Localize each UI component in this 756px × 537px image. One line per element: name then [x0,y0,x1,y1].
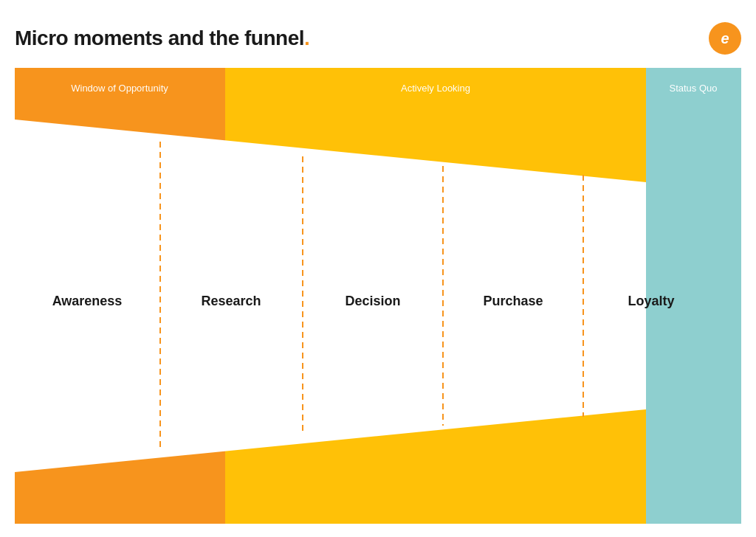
svg-text:Actively Looking: Actively Looking [401,83,470,94]
page: Micro moments and the funnel. e [0,0,756,537]
header: Micro moments and the funnel. e [15,22,741,55]
funnel-svg: Awareness Research Decision Purchase Loy… [15,68,741,524]
diagram-container: Awareness Research Decision Purchase Loy… [15,68,741,524]
svg-text:Loyalty: Loyalty [628,294,674,308]
title-text: Micro moments and the funnel [15,27,304,49]
svg-text:Window of Opportunity: Window of Opportunity [71,83,168,94]
page-title: Micro moments and the funnel. [15,27,309,50]
svg-text:Decision: Decision [345,294,400,308]
svg-text:Awareness: Awareness [52,294,123,308]
svg-text:Research: Research [201,294,261,308]
title-dot: . [304,27,309,49]
logo-icon: e [709,22,741,55]
svg-text:Purchase: Purchase [483,294,543,308]
svg-text:Status Quo: Status Quo [669,83,717,94]
logo-letter: e [721,30,729,47]
